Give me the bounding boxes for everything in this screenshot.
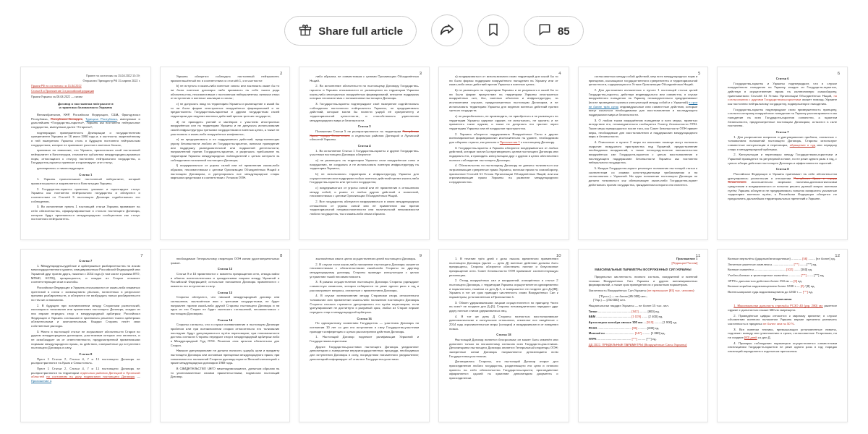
page-thumbnail-9[interactable]: 9 заключённых ими в целях осуществления … <box>299 249 430 422</box>
page-thumbnail-2[interactable]: 2 Украина обязуется соблюдать постоянный… <box>160 67 291 240</box>
page-thumbnail-4[interactable]: 4 a) воздерживаться от использования сво… <box>438 67 569 240</box>
page-thumbnail-7[interactable]: 7 Статья 7 1. Международно-судебные и ар… <box>20 249 151 422</box>
share-arrow-icon <box>439 22 455 40</box>
page-thumbnail-8[interactable]: 8 необходимые Генеральному секретарю ООН… <box>160 249 291 422</box>
page-thumbnail-6[interactable]: 6 Статья 6 Государства-гаранты и Украины… <box>717 67 848 240</box>
bookmark-button[interactable] <box>477 14 509 46</box>
share-full-article-button[interactable]: Share full article <box>284 16 417 46</box>
comments-count: 85 <box>558 25 570 37</box>
page-thumbnail-11[interactable]: 11 Приложение 1[Редакция России] МАКСИМА… <box>578 249 709 422</box>
page-thumbnail-5[interactable]: 5 согласованных между собой действий, ме… <box>578 67 709 240</box>
share-button-label: Share full article <box>318 25 403 37</box>
share-arrow-button[interactable] <box>431 14 463 46</box>
gift-icon <box>298 22 312 39</box>
page-thumbnail-10[interactable]: 10 1. В течение трёх дней с даты начала … <box>438 249 569 422</box>
page-thumbnail-3[interactable]: 3 либо образом, не совместимым с целями … <box>299 67 430 240</box>
comment-icon <box>537 22 552 39</box>
document-pages-grid: Проект по состоянию на 15.04.2022 15:19;… <box>0 67 868 422</box>
page-thumbnail-1[interactable]: Проект по состоянию на 15.04.2022 15:19;… <box>20 67 151 240</box>
bookmark-icon <box>486 22 501 39</box>
comments-button[interactable]: 85 <box>524 16 584 46</box>
page-thumbnail-12[interactable]: 12 Боевые вертолёты (ударные/многоцелевы… <box>717 249 848 422</box>
